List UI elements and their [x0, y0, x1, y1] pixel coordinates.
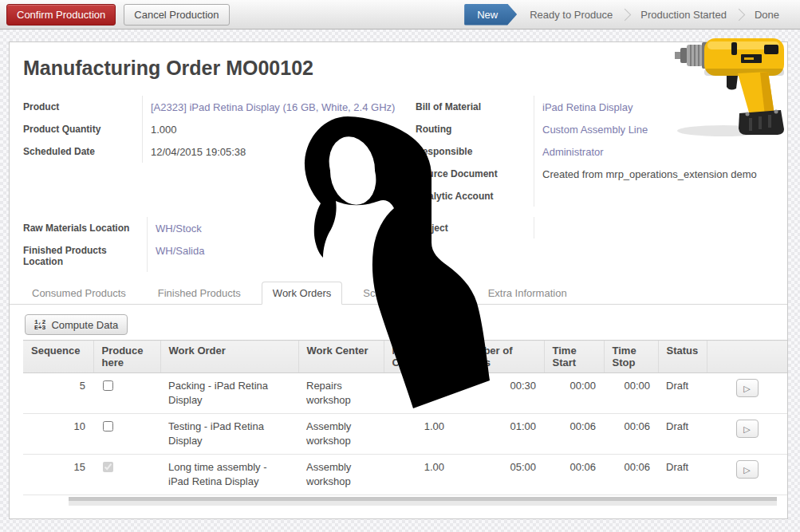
field-value: [534, 185, 782, 207]
column-header: [707, 341, 787, 373]
chevron-right-icon: [619, 8, 632, 21]
action-cell: ▷: [707, 414, 787, 455]
field-row: Raw Materials LocationWH/Stock: [23, 217, 406, 239]
tab-consumed-products[interactable]: Consumed Products: [21, 282, 137, 305]
horizontal-scrollbar[interactable]: [69, 497, 777, 506]
work-order-cell: Packing - iPad Retina Display: [160, 373, 298, 414]
power-drill-icon: [674, 35, 790, 139]
field-row: Analytic Account: [416, 185, 782, 207]
work-center-cell: Assembly workshop: [298, 414, 384, 455]
action-cell: ▷: [707, 373, 787, 414]
column-header: Work Center: [298, 341, 384, 373]
status-cell: Draft: [658, 414, 707, 455]
chevron-right-icon: [733, 8, 746, 21]
tab-scheduled-products[interactable]: Scheduled Products: [352, 282, 467, 305]
status-cell: Draft: [658, 373, 707, 414]
number-of-hours-cell: 00:30: [452, 373, 544, 414]
column-header: Time Stop: [604, 341, 658, 373]
number-of-cycles-cell: 1.00: [384, 455, 452, 495]
field-row: Product Quantity1.000: [23, 118, 406, 140]
action-cell: ▷: [707, 455, 787, 495]
status-step-done[interactable]: Done: [747, 4, 787, 26]
field-label: Product: [23, 96, 142, 118]
field-label: Analytic Account: [416, 185, 534, 207]
field-label: Product Quantity: [23, 118, 142, 140]
field-value-link[interactable]: WH/Salida: [147, 239, 406, 272]
produce-here-checkbox: [103, 462, 113, 472]
field-value-link[interactable]: [A2323] iPad Retina Display (16 GB, Whit…: [142, 96, 406, 118]
page-title: Manufacturing Order MO00102: [23, 57, 313, 80]
column-header: Produce here: [93, 341, 160, 373]
produce-here-cell: [93, 373, 160, 414]
table-row: 5Packing - iPad Retina DisplayRepairs wo…: [23, 373, 787, 414]
start-working-icon[interactable]: ▷: [736, 420, 759, 438]
field-label: Raw Materials Location: [23, 217, 147, 239]
column-header: Number of Hours: [452, 341, 544, 373]
produce-here-checkbox[interactable]: [103, 380, 113, 391]
table-header-row: SequenceProduce hereWork OrderWork Cente…: [23, 341, 787, 373]
top-toolbar: Confirm Production Cancel Production New…: [0, 0, 800, 30]
tab-extra-information[interactable]: Extra Information: [477, 282, 578, 305]
sequence-cell: 5: [23, 373, 93, 414]
field-label: Source Document: [416, 163, 534, 185]
produce-here-cell: [93, 455, 160, 495]
time-start-cell: 00:06: [544, 414, 604, 455]
field-row: Source DocumentCreated from mrp_operatio…: [416, 163, 782, 185]
number-of-cycles-cell: [384, 373, 452, 414]
status-cell: Draft: [658, 455, 707, 495]
field-row: Project: [416, 217, 782, 238]
table-row: 15Long time assembly - iPad Retina Displ…: [23, 455, 787, 495]
field-label: Routing: [416, 118, 534, 140]
work-orders-table: SequenceProduce hereWork OrderWork Cente…: [23, 340, 787, 495]
sequence-cell: 10: [23, 414, 93, 455]
status-step-production-started[interactable]: Production Started: [633, 4, 735, 26]
number-of-hours-cell: 05:00: [452, 455, 544, 495]
time-stop-cell: 00:06: [604, 414, 658, 455]
field-label: Bill of Material: [416, 96, 534, 118]
field-group-left-top: Product[A2323] iPad Retina Display (16 G…: [23, 96, 406, 163]
start-working-icon[interactable]: ▷: [736, 460, 759, 479]
field-group-left-bottom: Raw Materials LocationWH/StockFinished P…: [23, 217, 406, 272]
produce-here-checkbox[interactable]: [103, 421, 113, 432]
field-value-link[interactable]: WH/Stock: [147, 217, 406, 239]
time-start-cell: 00:00: [544, 373, 604, 414]
tab-finished-products[interactable]: Finished Products: [147, 282, 252, 305]
field-row: Product[A2323] iPad Retina Display (16 G…: [23, 96, 406, 118]
compute-data-label: Compute Data: [51, 319, 118, 331]
field-value: [534, 217, 782, 238]
produce-here-cell: [93, 414, 160, 455]
field-row: ResponsibleAdministrator: [416, 140, 782, 163]
confirm-production-button[interactable]: Confirm Production: [6, 4, 116, 26]
field-value-link[interactable]: Administrator: [534, 140, 782, 163]
time-stop-cell: 00:06: [604, 455, 658, 495]
sequence-cell: 15: [23, 455, 93, 495]
field-label: Project: [416, 217, 534, 238]
status-bar: NewReady to ProduceProduction StartedDon…: [464, 4, 787, 26]
work-order-cell: Long time assembly - iPad Retina Display: [160, 455, 298, 495]
compute-icon: 1,2E+3: [34, 319, 45, 330]
compute-data-button[interactable]: 1,2E+3 Compute Data: [25, 314, 128, 335]
work-center-cell: Assembly workshop: [298, 455, 384, 495]
time-start-cell: 00:06: [544, 455, 604, 495]
tab-work-orders[interactable]: Work Orders: [262, 282, 342, 305]
start-working-icon[interactable]: ▷: [736, 379, 759, 397]
cancel-production-button[interactable]: Cancel Production: [124, 4, 229, 26]
field-value: 1.000: [142, 118, 406, 140]
table-row: 10Testing - iPad Retina DisplayAssembly …: [23, 414, 787, 455]
number-of-hours-cell: 01:00: [452, 414, 544, 455]
field-value: Created from mrp_operations_extension de…: [534, 163, 782, 185]
status-step-ready-to-produce[interactable]: Ready to Produce: [522, 4, 621, 26]
column-header: Number of Cycles: [384, 341, 452, 373]
form-sheet: Manufacturing Order MO00102 Product[A232…: [9, 41, 788, 519]
field-row: Scheduled Date12/04/2015 19:05:38: [23, 140, 406, 163]
field-value: 12/04/2015 19:05:38: [142, 140, 406, 163]
number-of-cycles-cell: 1.00: [384, 414, 452, 455]
field-row: Finished Products LocationWH/Salida: [23, 239, 406, 272]
work-order-cell: Testing - iPad Retina Display: [160, 414, 298, 455]
column-header: Time Start: [544, 341, 604, 373]
work-center-cell: Repairs workshop: [298, 373, 384, 414]
time-stop-cell: 00:00: [604, 373, 658, 414]
status-step-new[interactable]: New: [464, 4, 517, 26]
field-group-right-bottom: Project: [416, 217, 782, 238]
column-header: Sequence: [23, 341, 93, 373]
